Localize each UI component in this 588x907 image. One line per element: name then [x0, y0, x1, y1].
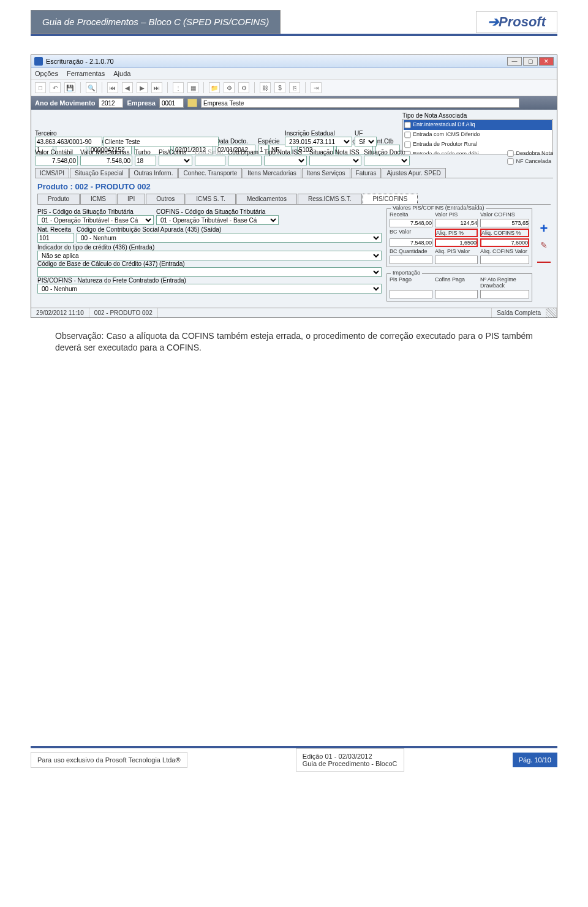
save-icon[interactable]: 💾 — [64, 82, 75, 93]
bcvalor-input[interactable] — [390, 238, 432, 247]
chk-tiponota-2[interactable] — [404, 141, 410, 149]
codbase-select[interactable] — [37, 267, 382, 277]
lbl-vcont: Valor Contábil — [35, 149, 78, 156]
pispago-input[interactable] — [390, 290, 432, 298]
tree-icon[interactable]: ⋮ — [173, 82, 184, 93]
undo-icon[interactable]: ↶ — [50, 82, 61, 93]
folder-open-icon[interactable] — [187, 99, 197, 107]
window-maximize-button[interactable]: ▢ — [523, 57, 538, 66]
subtab-produto[interactable]: Produto — [37, 194, 80, 204]
next-icon[interactable]: ▶ — [137, 82, 148, 93]
tab-conhec[interactable]: Conhec. Transporte — [178, 168, 242, 178]
add-icon[interactable]: + — [540, 221, 548, 237]
importacao-box: Importação Pis Pago Cofins Paga Nº Ato R… — [386, 273, 532, 302]
ano-label: Ano de Movimento — [35, 99, 95, 107]
tab-itensmerc[interactable]: Itens Mercadorias — [243, 168, 301, 178]
empresa-name-input[interactable] — [201, 98, 519, 108]
subtab-ress[interactable]: Ress.ICMS S.T. — [298, 194, 362, 204]
subtab-outros[interactable]: Outros — [146, 194, 185, 204]
menu-opcoes[interactable]: Opções — [35, 70, 58, 77]
vmerc-input[interactable] — [80, 156, 132, 165]
dipam-input[interactable] — [228, 156, 262, 165]
exit-icon[interactable]: ⇥ — [311, 82, 322, 93]
tniss-select[interactable] — [264, 156, 307, 165]
subtab-piscofins[interactable]: PIS/COFINS — [363, 194, 418, 204]
link-icon[interactable]: ⛓ — [260, 82, 271, 93]
form-area: Série Sub Série Número Nota Última Nota … — [31, 110, 557, 308]
sniss-select[interactable] — [309, 156, 361, 165]
logo-swirl-icon: ➔ — [488, 14, 499, 29]
edit-icon[interactable]: ✎ — [540, 240, 548, 250]
vpis-input[interactable] — [435, 219, 478, 227]
aliqpis-input[interactable] — [435, 238, 478, 247]
terceiro-name[interactable] — [103, 137, 219, 146]
cofsit-select[interactable]: 01 - Operação Tributável - Base Cá — [156, 215, 279, 225]
prosoft-logo: ➔Prosoft — [476, 11, 557, 33]
last-icon[interactable]: ⏭ — [151, 82, 162, 93]
lbl-tniss: Tipo Nota ISS — [264, 149, 307, 156]
insc-select[interactable]: 239.015.473.111 — [285, 137, 352, 146]
chk-tiponota-0[interactable] — [404, 121, 410, 129]
cofpaga-input[interactable] — [435, 290, 478, 298]
chk-tiponota-1[interactable] — [404, 131, 410, 139]
tab-faturas[interactable]: Faturas — [351, 168, 382, 178]
gear-icon[interactable]: ⚙ — [224, 82, 235, 93]
aliqpisv-input[interactable] — [435, 256, 478, 264]
lbl-insc: Inscrição Estadual — [285, 130, 352, 137]
menu-ferramentas[interactable]: Ferramentas — [67, 70, 105, 77]
sdoc-select[interactable] — [364, 156, 410, 165]
document-title: Guia de Procedimentos – Bloco C (SPED PI… — [31, 10, 281, 34]
uf-select[interactable]: SP — [355, 137, 377, 146]
chk-nfcancel[interactable] — [508, 158, 514, 164]
bcqtd-input[interactable] — [390, 256, 432, 264]
ano-input[interactable] — [99, 98, 123, 108]
valores-box: Valores PIS/COFINS (Entrada/Saída) Recei… — [386, 208, 532, 267]
lbl-sinac: Cod.Sinac — [195, 149, 225, 156]
nat-input[interactable] — [37, 233, 74, 243]
aliqcof-input[interactable] — [480, 238, 529, 247]
piscof-select[interactable] — [159, 156, 192, 165]
first-icon[interactable]: ⏮ — [107, 82, 118, 93]
subtab-med[interactable]: Medicamentos — [236, 194, 297, 204]
window-close-button[interactable]: ✕ — [539, 57, 554, 66]
vcofins-input[interactable] — [480, 219, 529, 227]
document-footer: Para uso exclusivo da Prosoft Tecnologia… — [31, 746, 557, 772]
chk-desdobra[interactable] — [508, 150, 514, 156]
terceiro-code[interactable] — [35, 137, 102, 146]
pissit-select[interactable]: 01 - Operação Tributável - Base Cá — [37, 215, 154, 225]
resize-grip-icon[interactable] — [546, 308, 557, 317]
aliqcofv-input[interactable] — [480, 256, 529, 264]
preview-icon[interactable]: 🔍 — [86, 82, 97, 93]
subtab-icmsst[interactable]: ICMS S. T. — [186, 194, 236, 204]
money-icon[interactable]: $ — [274, 82, 285, 93]
lbl-terceiro: Terceiro — [35, 130, 219, 137]
lbl-sdoc: Situação Docto — [364, 149, 410, 156]
subtab-icms[interactable]: ICMS — [80, 194, 116, 204]
menu-ajuda[interactable]: Ajuda — [113, 70, 130, 77]
calc-icon[interactable]: ▦ — [187, 82, 198, 93]
turbo-input[interactable] — [135, 156, 156, 165]
tab-sitesp[interactable]: Situação Especial — [70, 168, 129, 178]
footer-middle: Edição 01 - 02/03/2012 Guia de Procedime… — [296, 748, 404, 772]
export-icon[interactable]: ⎘ — [289, 82, 300, 93]
contrib-select[interactable]: 00 - Nenhum — [77, 233, 382, 243]
tab-icmsipi[interactable]: ICMS/IPI — [35, 168, 69, 178]
remove-icon[interactable]: — — [537, 254, 551, 270]
new-icon[interactable]: □ — [35, 82, 46, 93]
window-minimize-button[interactable]: — — [507, 57, 522, 66]
receita-input[interactable] — [390, 219, 432, 227]
lbl-contrib: Código de Contribuição Social Apurada (4… — [77, 226, 382, 233]
tab-outras[interactable]: Outras Inform. — [129, 168, 178, 178]
indcred-select[interactable]: Não se aplica — [37, 251, 382, 260]
tab-ajustes[interactable]: Ajustes Apur. SPED — [382, 168, 445, 178]
gear2-icon[interactable]: ⚙ — [238, 82, 249, 93]
drawback-input[interactable] — [480, 290, 529, 298]
frete-select[interactable]: 00 - Nenhum — [37, 284, 382, 294]
vcontabil-input[interactable] — [35, 156, 78, 165]
produto-header: Produto : 002 - PRODUTO 002 — [35, 178, 553, 194]
tab-itensserv[interactable]: Itens Serviços — [302, 168, 350, 178]
prev-icon[interactable]: ◀ — [122, 82, 133, 93]
subtab-ipi[interactable]: IPI — [117, 194, 145, 204]
folder-icon[interactable]: 📁 — [209, 82, 220, 93]
empresa-code-input[interactable] — [159, 98, 184, 108]
